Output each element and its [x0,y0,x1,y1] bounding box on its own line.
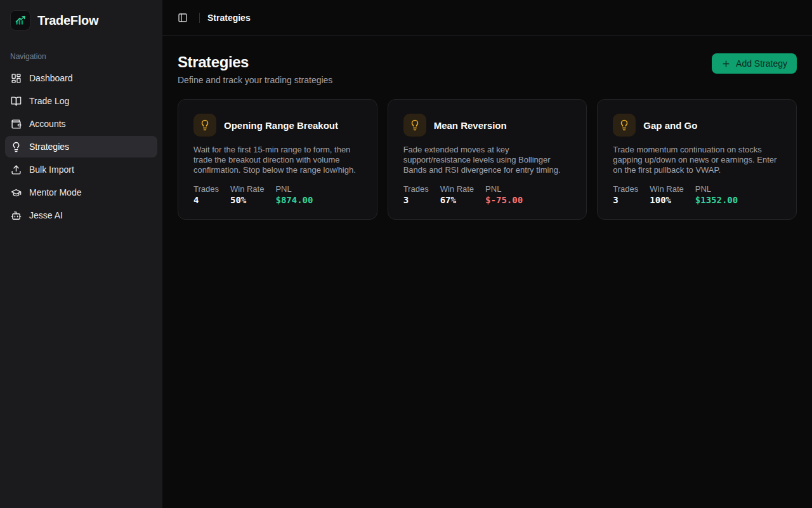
app-logo-row: TradeFlow [0,0,162,41]
sidebar-item-label: Bulk Import [29,164,74,175]
stat-value-pnl: $874.00 [275,195,313,205]
graduation-cap-icon [11,187,22,198]
plus-icon [721,59,731,69]
strategy-icon-box [403,114,426,137]
bot-icon [11,210,22,221]
sidebar-item-jesse-ai[interactable]: Jesse AI [5,204,157,226]
upload-icon [11,164,22,175]
stat-label: Trades [193,184,219,194]
stat-win-rate: Win Rate 50% [230,184,264,205]
lightbulb-icon [199,119,211,131]
strategy-card[interactable]: Mean Reversion Fade extended moves at ke… [388,99,587,220]
app-logo [10,10,30,30]
strategy-stats: Trades 3 Win Rate 67% PNL $-75.00 [403,184,572,205]
sidebar-item-label: Trade Log [29,96,69,106]
stat-trades: Trades 4 [193,184,219,205]
stat-label: PNL [275,184,313,194]
lightbulb-icon [409,119,421,131]
stat-value-win-rate: 100% [650,195,683,205]
strategies-page: Strategies Define and track your trading… [162,36,812,508]
lightbulb-icon [11,142,22,152]
sidebar-item-bulk-import[interactable]: Bulk Import [5,159,157,180]
strategy-name: Mean Reversion [434,120,507,131]
page-header-text: Strategies Define and track your trading… [178,53,332,85]
topbar-divider [199,13,200,23]
sidebar-item-strategies[interactable]: Strategies [5,136,157,157]
stat-value-win-rate: 50% [230,195,264,205]
stat-label: Win Rate [650,184,683,194]
stat-value-pnl: $1352.00 [695,195,738,205]
strategy-description: Trade momentum continuation on stocks ga… [613,145,781,175]
stat-label: PNL [485,184,523,194]
stat-value-pnl: $-75.00 [485,195,523,205]
strategy-stats: Trades 4 Win Rate 50% PNL $874.00 [193,184,362,205]
app-title: TradeFlow [37,13,98,28]
stat-value-trades: 3 [403,195,429,205]
strategy-stats: Trades 3 Win Rate 100% PNL $1352.00 [613,184,781,205]
page-title: Strategies [178,53,332,71]
stat-label: Win Rate [440,184,474,194]
stat-value-trades: 3 [613,195,638,205]
stat-value-trades: 4 [193,195,219,205]
stat-pnl: PNL $-75.00 [485,184,523,205]
stat-win-rate: Win Rate 100% [650,184,683,205]
strategy-description: Wait for the first 15-min range to form,… [193,145,362,175]
stat-trades: Trades 3 [403,184,429,205]
wallet-icon [11,119,22,130]
sidebar-toggle-button[interactable] [174,9,192,27]
topbar: Strategies [162,0,812,36]
sidebar-item-label: Dashboard [29,73,73,83]
stat-trades: Trades 3 [613,184,638,205]
stat-label: Trades [403,184,429,194]
strategy-card[interactable]: Gap and Go Trade momentum continuation o… [597,99,797,220]
dashboard-icon [11,73,22,84]
strategy-icon-box [613,114,636,137]
breadcrumb: Strategies [207,13,251,23]
strategy-cards: Opening Range Breakout Wait for the firs… [178,99,797,220]
sidebar-item-label: Jesse AI [29,210,63,220]
sidebar: TradeFlow Navigation Dashboard Trade Log… [0,0,162,508]
stat-pnl: PNL $874.00 [275,184,313,205]
sidebar-item-label: Mentor Mode [29,187,81,197]
panel-left-icon [178,13,188,23]
strategy-name: Opening Range Breakout [224,120,338,131]
card-header: Opening Range Breakout [193,114,362,137]
stat-label: PNL [695,184,738,194]
page-subtitle: Define and track your trading strategies [178,75,332,85]
stat-label: Win Rate [230,184,264,194]
add-strategy-button[interactable]: Add Strategy [712,53,797,74]
stat-value-win-rate: 67% [440,195,474,205]
card-header: Gap and Go [613,114,781,137]
sidebar-item-accounts[interactable]: Accounts [5,113,157,135]
strategy-icon-box [193,114,216,137]
strategy-card[interactable]: Opening Range Breakout Wait for the firs… [178,99,377,220]
trend-chart-icon [14,14,27,27]
sidebar-item-dashboard[interactable]: Dashboard [5,67,157,89]
stat-pnl: PNL $1352.00 [695,184,738,205]
add-strategy-label: Add Strategy [736,58,787,69]
sidebar-item-label: Strategies [29,142,69,152]
book-open-icon [11,96,22,107]
strategy-description: Fade extended moves at key support/resis… [403,145,572,175]
nav-section-label: Navigation [0,41,162,67]
card-header: Mean Reversion [403,114,572,137]
strategy-name: Gap and Go [643,120,697,131]
stat-win-rate: Win Rate 67% [440,184,474,205]
sidebar-item-label: Accounts [29,119,66,129]
lightbulb-icon [619,119,630,131]
main-area: Strategies Strategies Define and track y… [162,0,812,508]
sidebar-item-mentor-mode[interactable]: Mentor Mode [5,182,157,203]
page-header: Strategies Define and track your trading… [178,53,797,85]
stat-label: Trades [613,184,638,194]
sidebar-nav: Dashboard Trade Log Accounts Strategies … [0,67,162,226]
sidebar-item-trade-log[interactable]: Trade Log [5,90,157,112]
